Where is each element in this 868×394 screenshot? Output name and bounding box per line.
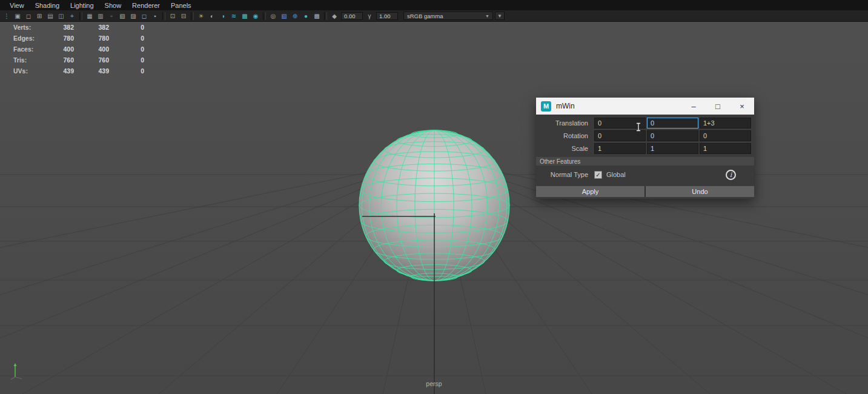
toolbar-separator: [324, 12, 327, 20]
default-material-icon[interactable]: ●: [301, 12, 311, 21]
view-transform-select[interactable]: sRGB gamma ▼: [403, 12, 493, 20]
lighting-icon[interactable]: ☀: [196, 12, 206, 21]
scale-label: Scale: [536, 145, 594, 152]
rotation-y-field[interactable]: 0: [647, 130, 698, 141]
toolbar-separator: [162, 12, 165, 20]
xray-icon[interactable]: ▧: [279, 12, 289, 21]
menu-panels[interactable]: Panels: [171, 2, 191, 9]
toolbar-separator: [263, 12, 266, 20]
maximize-button[interactable]: □: [706, 98, 730, 115]
lock-camera-icon[interactable]: ◻: [24, 12, 33, 21]
sphere-object[interactable]: [358, 126, 513, 287]
hud-value: 780: [74, 35, 109, 42]
global-checkbox[interactable]: ✓: [594, 171, 602, 179]
extra-dropdown-caret[interactable]: ▼: [495, 12, 505, 20]
panel-toolbar-icons: ⋮▣◻⊞▤◫+▦▥▫▧▨◻▪⊡⊟☀◐◑≋▩◉◎▧⊕●▩◆: [2, 12, 339, 21]
hud-value: 400: [41, 45, 74, 53]
camera-attributes-icon[interactable]: ⊞: [35, 12, 44, 21]
normal-type-row: Normal Type ✓ Global i: [536, 165, 754, 184]
bookmarks-icon[interactable]: ▤: [45, 12, 55, 21]
hud-row-faces: Faces: 400 400 0: [13, 44, 144, 55]
scale-z-field[interactable]: 1: [700, 143, 751, 154]
panel-toolbar-icons-2: γ: [365, 12, 374, 21]
hud-value: 439: [74, 67, 109, 75]
gate-mask-icon[interactable]: ▧: [118, 12, 127, 21]
hud-label: Edges:: [13, 35, 41, 42]
frame-all-icon[interactable]: ⊡: [168, 12, 177, 21]
pan-zoom-icon[interactable]: +: [67, 12, 77, 21]
toolbar-separator: [191, 12, 194, 20]
shadows-icon[interactable]: ◐: [207, 12, 217, 21]
field-chart-icon[interactable]: ▨: [128, 12, 138, 21]
close-button[interactable]: ×: [730, 98, 754, 115]
hud-value: 0: [109, 24, 144, 31]
hud-value: 760: [41, 56, 74, 64]
motion-blur-icon[interactable]: ≋: [229, 12, 239, 21]
ibeam-cursor: [635, 122, 641, 132]
safe-action-icon[interactable]: ◻: [139, 12, 149, 21]
poly-count-hud: Verts: 382 382 0 Edges: 780 780 0 Faces:…: [13, 22, 144, 76]
menu-view[interactable]: View: [10, 2, 24, 9]
undo-button[interactable]: Undo: [646, 186, 754, 197]
menu-shading[interactable]: Shading: [35, 2, 59, 9]
maya-app-icon: M: [541, 101, 551, 112]
wireframe-on-shaded-icon[interactable]: ⊕: [290, 12, 300, 21]
toolbar-separator: [79, 12, 82, 20]
menu-renderer[interactable]: Renderer: [132, 2, 160, 9]
isolate-select-icon[interactable]: ◎: [268, 12, 278, 21]
menu-show[interactable]: Show: [105, 2, 122, 9]
safe-title-icon[interactable]: ▪: [150, 12, 160, 21]
window-controls: – □ ×: [681, 98, 754, 115]
hud-label: Tris:: [13, 56, 41, 64]
hud-value: 0: [109, 56, 144, 64]
window-titlebar[interactable]: M mWin – □ ×: [536, 98, 754, 115]
gamma-icon[interactable]: γ: [365, 12, 374, 21]
ambient-occlusion-icon[interactable]: ◑: [218, 12, 228, 21]
exposure-icon[interactable]: ◆: [330, 12, 339, 21]
hud-value: 400: [74, 45, 109, 53]
scale-x-field[interactable]: 1: [594, 143, 646, 154]
axis-indicator: [10, 360, 30, 381]
apply-button[interactable]: Apply: [536, 186, 644, 197]
film-gate-icon[interactable]: ▥: [96, 12, 105, 21]
rotation-z-field[interactable]: 0: [700, 130, 751, 141]
translation-z-field[interactable]: 1+3: [700, 118, 751, 129]
gamma-field[interactable]: 1.00: [376, 12, 398, 20]
scale-row: Scale 1 1 1: [536, 142, 754, 155]
menu-lighting[interactable]: Lighting: [70, 2, 94, 9]
window-title: mWin: [556, 102, 575, 110]
info-icon[interactable]: i: [726, 170, 736, 180]
maya-viewport-screen: View Shading Lighting Show Renderer Pane…: [0, 0, 868, 394]
exposure-field[interactable]: 0.00: [341, 12, 363, 20]
translation-y-field[interactable]: 0: [647, 118, 698, 129]
grid-icon[interactable]: ▦: [85, 12, 94, 21]
hud-label: UVs:: [13, 67, 41, 75]
mwin-window: M mWin – □ × Translation 0 0 1+3 Rotatio…: [536, 98, 754, 199]
hud-value: 780: [41, 35, 74, 42]
image-plane-icon[interactable]: ◫: [56, 12, 66, 21]
multisample-icon[interactable]: ▩: [240, 12, 250, 21]
frame-selection-icon[interactable]: ⊟: [179, 12, 188, 21]
panel-grip-icon[interactable]: ⋮: [2, 12, 12, 21]
rotation-x-field[interactable]: 0: [594, 130, 646, 141]
minimize-button[interactable]: –: [681, 98, 706, 115]
hud-value: 0: [109, 45, 144, 53]
chevron-down-icon: ▼: [485, 14, 489, 18]
hud-row-uvs: UVs: 439 439 0: [13, 65, 144, 76]
panel-menubar: View Shading Lighting Show Renderer Pane…: [0, 0, 868, 10]
hud-value: 382: [74, 24, 109, 31]
translation-row: Translation 0 0 1+3: [536, 116, 754, 129]
global-checkbox-label: Global: [606, 171, 626, 178]
rotation-label: Rotation: [536, 132, 594, 139]
other-features-header: Other Features: [536, 157, 754, 165]
textured-icon[interactable]: ▩: [312, 12, 322, 21]
window-actions: Apply Undo: [536, 186, 754, 197]
scale-y-field[interactable]: 1: [647, 143, 698, 154]
window-body: Translation 0 0 1+3 Rotation 0 0 0 Scale…: [536, 115, 754, 199]
rotation-row: Rotation 0 0 0: [536, 129, 754, 142]
hud-row-tris: Tris: 760 760 0: [13, 55, 144, 65]
resolution-gate-icon[interactable]: ▫: [107, 12, 116, 21]
hud-value: 760: [74, 56, 109, 64]
select-camera-icon[interactable]: ▣: [13, 12, 22, 21]
depth-of-field-icon[interactable]: ◉: [251, 12, 260, 21]
